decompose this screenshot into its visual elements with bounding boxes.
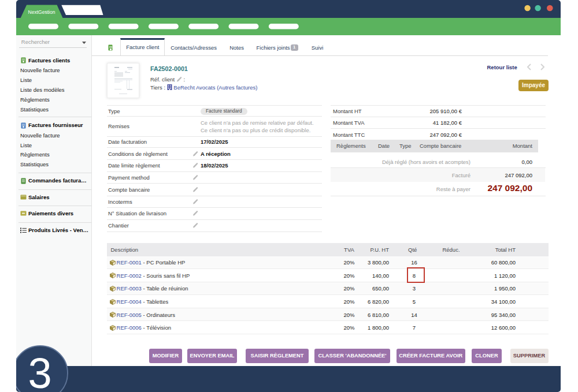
svg-text:NextGestion: NextGestion: [28, 9, 55, 15]
